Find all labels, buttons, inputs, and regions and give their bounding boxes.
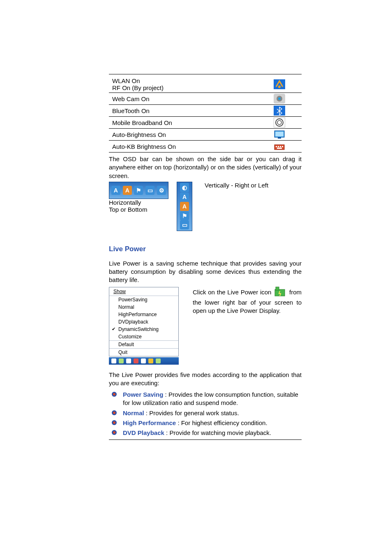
svg-point-22	[113, 412, 115, 414]
mode-name: Normal	[123, 409, 144, 416]
menu-item-highperformance[interactable]: HighPerformance	[109, 311, 178, 318]
features-table: WLAN On RF On (By project) Web Cam On	[109, 76, 302, 153]
osd-glyph-flag2: ⚑	[180, 211, 189, 220]
svg-rect-9	[275, 132, 284, 136]
osd-glyph-handle: ◐	[180, 183, 189, 192]
menu-item-normal[interactable]: Normal	[109, 303, 178, 311]
mode-item-highperformance: High Performance : For highest efficienc…	[109, 418, 302, 428]
tray-icon	[119, 358, 124, 363]
feature-label: WLAN On	[112, 77, 140, 84]
menu-head[interactable]: Show	[109, 287, 178, 296]
monitor-icon	[274, 130, 285, 139]
live-power-right-1: Click on the Live Power icon	[193, 288, 271, 295]
menu-item-dvdplayback[interactable]: DVDplayback	[109, 318, 178, 326]
mode-desc: : Provides for general work status.	[146, 409, 239, 416]
mode-name: DVD Playback	[123, 429, 164, 436]
tray-icon	[141, 358, 146, 363]
broadband-icon	[274, 118, 285, 127]
osd-horizontal-bar: A A ⚑ ▭ ⚙	[109, 182, 168, 199]
mode-desc: : For highest efficiency condition.	[178, 419, 267, 426]
live-power-menu: Show PowerSaving Normal HighPerformance …	[109, 287, 179, 365]
svg-point-26	[113, 431, 115, 434]
svg-rect-18	[276, 287, 279, 290]
svg-point-24	[113, 421, 115, 424]
osd-glyph-a2: A	[180, 192, 189, 201]
tray-icon	[126, 358, 131, 363]
tray-icon	[111, 358, 116, 363]
feature-label: Mobile Broadband On	[112, 119, 172, 126]
menu-item-dynamicswitching[interactable]: DynamicSwitching	[109, 326, 178, 333]
table-row: Web Cam On	[109, 93, 302, 105]
svg-rect-10	[278, 137, 281, 139]
svg-rect-14	[280, 146, 281, 147]
bullet-icon	[111, 430, 117, 435]
mode-item-dvdplayback: DVD Playback : Provide for watching movi…	[109, 428, 302, 438]
osd-description: The OSD bar can be shown on the side bar…	[109, 155, 302, 180]
bullet-icon	[111, 420, 117, 426]
mode-name: Power Saving	[123, 391, 163, 398]
bullet-icon	[111, 391, 117, 397]
feature-label: BlueTooth On	[112, 107, 150, 114]
svg-rect-12	[276, 146, 277, 147]
osd-glyph-a: A	[111, 186, 120, 195]
mode-name: High Performance	[123, 419, 176, 426]
osd-glyph-flag: ⚑	[134, 186, 143, 195]
osd-glyph-monitor: ▭	[145, 186, 154, 195]
tray-icon	[156, 358, 161, 363]
table-row: WLAN On RF On (By project)	[109, 76, 302, 93]
bluetooth-icon	[274, 106, 285, 116]
osd-horizontal-label-2: Top or Bottom	[109, 206, 168, 213]
svg-point-20	[113, 393, 115, 395]
osd-horizontal-label-1: Horizontally	[109, 199, 168, 206]
table-row: BlueTooth On	[109, 105, 302, 117]
tray-icon	[134, 358, 138, 363]
live-power-intro: Live Power is a saving scheme technique …	[109, 259, 302, 284]
wlan-icon	[274, 79, 285, 89]
svg-point-1	[278, 86, 281, 88]
mode-item-powersaving: Power Saving : Provides the low consumpt…	[109, 390, 302, 408]
keyboard-icon	[274, 141, 285, 151]
osd-glyph-badge: A	[123, 186, 132, 195]
osd-vertical-bar: ◐ A A ⚑ ▭	[177, 182, 192, 231]
mode-item-normal: Normal : Provides for general work statu…	[109, 408, 302, 418]
feature-label: Auto-Brightness On	[112, 131, 166, 138]
svg-rect-15	[282, 146, 283, 147]
mode-desc: : Provide for watching movie playback.	[166, 429, 271, 436]
menu-item-quit[interactable]: Quit	[109, 349, 178, 356]
system-tray	[109, 357, 179, 365]
bullet-icon	[111, 410, 117, 416]
table-row: Auto-KB Brightness On	[109, 141, 302, 153]
feature-sublabel: RF On (By project)	[112, 84, 164, 91]
modes-intro: The Live Power provides five modes accor…	[109, 371, 302, 388]
webcam-icon	[274, 94, 285, 104]
live-power-heading: Live Power	[109, 245, 302, 253]
svg-point-4	[278, 97, 281, 100]
table-row: Auto-Brightness On	[109, 129, 302, 141]
osd-vertical-label: Vertically - Right or Left	[205, 182, 268, 189]
feature-label: Web Cam On	[112, 95, 150, 102]
osd-glyph-gear: ⚙	[157, 186, 166, 195]
tray-livepower-icon[interactable]	[148, 358, 153, 363]
osd-glyph-monitor2: ▭	[180, 220, 189, 229]
menu-item-powersaving[interactable]: PowerSaving	[109, 296, 178, 303]
menu-item-default[interactable]: Default	[109, 341, 178, 348]
svg-rect-13	[278, 146, 279, 147]
live-power-icon	[274, 286, 286, 298]
svg-rect-16	[277, 148, 282, 149]
menu-item-customize[interactable]: Customize	[109, 333, 178, 340]
osd-glyph-badge2: A	[180, 202, 189, 211]
table-row: Mobile Broadband On	[109, 117, 302, 129]
modes-list: Power Saving : Provides the low consumpt…	[109, 390, 302, 438]
feature-label: Auto-KB Brightness On	[112, 143, 176, 150]
